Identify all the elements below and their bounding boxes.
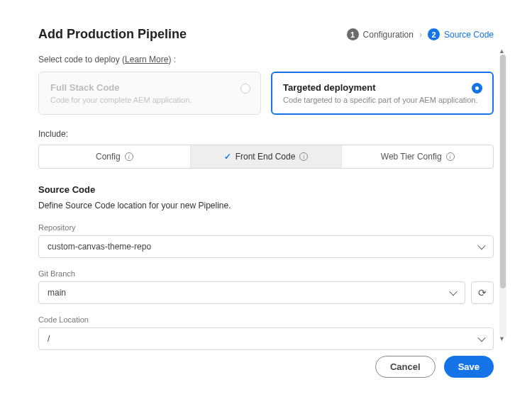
repository-select[interactable]: custom-canvas-theme-repo (38, 235, 494, 258)
cancel-button[interactable]: Cancel (375, 356, 436, 378)
source-code-heading: Source Code (38, 184, 494, 195)
step-number: 2 (428, 28, 440, 40)
select-value: / (48, 334, 50, 344)
step-label: Source Code (444, 30, 494, 40)
learn-more-link[interactable]: Learn More (125, 55, 168, 64)
git-branch-select[interactable]: main (38, 281, 465, 304)
check-icon: ✓ (224, 152, 231, 162)
scroll-up-icon[interactable]: ▲ (499, 47, 505, 55)
source-code-description: Define Source Code location for your new… (38, 201, 494, 210)
include-label: Include: (38, 129, 494, 139)
select-value: main (48, 288, 66, 298)
repository-label: Repository (38, 223, 494, 232)
save-button[interactable]: Save (444, 356, 494, 378)
card-title: Full Stack Code (50, 82, 249, 93)
segment-label: Web Tier Config (381, 152, 442, 162)
refresh-branch-button[interactable]: ⟳ (471, 281, 494, 304)
info-icon[interactable]: i (446, 152, 455, 161)
code-location-label: Code Location (38, 315, 494, 324)
chevron-right-icon: › (419, 30, 422, 40)
step-label: Configuration (363, 30, 414, 40)
segment-label: Config (96, 152, 121, 162)
card-title: Targeted deployment (283, 82, 482, 93)
info-icon[interactable]: i (299, 152, 308, 161)
segment-web-tier-config[interactable]: Web Tier Config i (342, 145, 493, 168)
include-segmented-control: Config i ✓ Front End Code i Web Tier Con… (38, 145, 494, 169)
code-location-select[interactable]: / (38, 327, 494, 350)
step-source-code[interactable]: 2 Source Code (428, 28, 494, 40)
step-configuration[interactable]: 1 Configuration (347, 28, 414, 40)
segment-label: Front End Code (235, 152, 296, 162)
git-branch-label: Git Branch (38, 269, 494, 278)
radio-selected-icon (472, 83, 482, 94)
scroll-down-icon[interactable]: ▼ (499, 335, 505, 342)
segment-front-end-code[interactable]: ✓ Front End Code i (191, 145, 343, 168)
select-code-label: Select code to deploy (Learn More) : (38, 55, 494, 64)
page-title: Add Production Pipeline (38, 27, 187, 42)
card-targeted-deployment[interactable]: Targeted deployment Code targeted to a s… (271, 72, 494, 115)
radio-unselected-icon (240, 84, 250, 94)
scrollbar-thumb[interactable] (500, 55, 506, 288)
card-full-stack-code[interactable]: Full Stack Code Code for your complete A… (38, 72, 261, 115)
scrollbar-track[interactable] (499, 55, 506, 338)
card-description: Code for your complete AEM application. (50, 96, 249, 104)
step-number: 1 (347, 28, 359, 40)
info-icon[interactable]: i (125, 152, 133, 161)
refresh-icon: ⟳ (478, 287, 487, 298)
select-value: custom-canvas-theme-repo (48, 242, 151, 252)
wizard-stepper: 1 Configuration › 2 Source Code (347, 28, 494, 40)
card-description: Code targeted to a specific part of your… (283, 96, 482, 104)
segment-config[interactable]: Config i (39, 145, 191, 168)
